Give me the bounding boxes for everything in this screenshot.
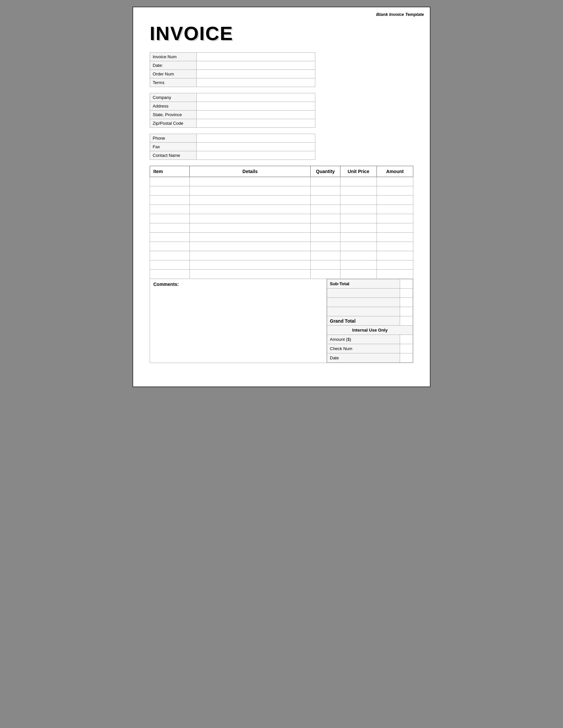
invoice-title: INVOICE — [150, 24, 413, 43]
comments-label: Comments: — [153, 282, 323, 287]
invoice-num-label: Invoice Num — [150, 53, 197, 61]
phone-value[interactable] — [197, 134, 315, 143]
subtotal-value[interactable] — [400, 279, 413, 289]
order-num-row: Order Num — [150, 70, 315, 78]
fax-value[interactable] — [197, 143, 315, 151]
date-label: Date: — [150, 61, 197, 70]
check-num-value[interactable] — [400, 344, 413, 353]
phone-label: Phone — [150, 134, 197, 143]
totals-spacer-row-2 — [327, 298, 413, 307]
table-row — [150, 196, 413, 205]
col-header-quantity: Quantity — [311, 166, 341, 177]
state-province-row: State, Province — [150, 111, 315, 119]
invoice-info-table: Invoice Num Date: Order Num Terms — [150, 52, 315, 87]
col-header-item: Item — [150, 166, 190, 177]
contact-info-table: Phone Fax Contact Name — [150, 134, 315, 160]
company-value[interactable] — [197, 93, 315, 102]
totals-section: Sub-Total — [327, 279, 413, 363]
table-row — [150, 242, 413, 251]
terms-label: Terms — [150, 78, 197, 87]
zip-label: Zip/Postal Code — [150, 119, 197, 128]
invoice-num-row: Invoice Num — [150, 53, 315, 61]
order-num-value[interactable] — [197, 70, 315, 78]
bottom-section: Comments: Sub-Total — [150, 279, 413, 363]
invoice-header: INVOICE — [150, 24, 413, 43]
date-row: Date: — [150, 61, 315, 70]
invoice-num-value[interactable] — [197, 53, 315, 61]
order-num-label: Order Num — [150, 70, 197, 78]
check-num-row: Check Num — [327, 344, 413, 353]
subtotal-label: Sub-Total — [327, 279, 400, 289]
table-row — [150, 251, 413, 260]
contact-name-value[interactable] — [197, 151, 315, 160]
col-header-amount: Amount — [377, 166, 413, 177]
contact-info-section: Phone Fax Contact Name — [150, 134, 413, 160]
internal-date-value[interactable] — [400, 353, 413, 363]
comments-section: Comments: — [150, 279, 327, 363]
col-header-unit-price: Unit Price — [341, 166, 377, 177]
invoice-page: Blank Invoice Template INVOICE Invoice N… — [132, 7, 431, 387]
date-value[interactable] — [197, 61, 315, 70]
grand-total-row: Grand Total — [327, 316, 413, 326]
table-row — [150, 205, 413, 214]
subtotal-row: Sub-Total — [327, 279, 413, 289]
items-header-row: Item Details Quantity Unit Price Amount — [150, 166, 413, 177]
address-value[interactable] — [197, 102, 315, 111]
phone-row: Phone — [150, 134, 315, 143]
contact-name-row: Contact Name — [150, 151, 315, 160]
zip-value[interactable] — [197, 119, 315, 128]
terms-value[interactable] — [197, 78, 315, 87]
fax-label: Fax — [150, 143, 197, 151]
check-num-label: Check Num — [327, 344, 400, 353]
internal-use-label: Internal Use Only — [327, 326, 413, 335]
amount-dollar-row: Amount ($) — [327, 335, 413, 344]
internal-date-label: Date — [327, 353, 400, 363]
table-row — [150, 270, 413, 279]
zip-row: Zip/Postal Code — [150, 119, 315, 128]
invoice-info-section: Invoice Num Date: Order Num Terms — [150, 52, 413, 87]
page-title: Blank Invoice Template — [376, 12, 424, 17]
table-row — [150, 177, 413, 186]
amount-dollar-value[interactable] — [400, 335, 413, 344]
company-label: Company — [150, 93, 197, 102]
company-info-table: Company Address State, Province Zip/Post… — [150, 93, 315, 128]
table-row — [150, 186, 413, 196]
totals-spacer-row-3 — [327, 307, 413, 316]
table-row — [150, 233, 413, 242]
contact-name-label: Contact Name — [150, 151, 197, 160]
items-table: Item Details Quantity Unit Price Amount — [150, 166, 413, 279]
internal-use-row: Internal Use Only — [327, 326, 413, 335]
amount-dollar-label: Amount ($) — [327, 335, 400, 344]
totals-spacer-row-1 — [327, 289, 413, 298]
address-label: Address — [150, 102, 197, 111]
company-row: Company — [150, 93, 315, 102]
internal-date-row: Date — [327, 353, 413, 363]
grand-total-value[interactable] — [400, 316, 413, 326]
table-row — [150, 214, 413, 223]
state-province-label: State, Province — [150, 111, 197, 119]
col-header-details: Details — [190, 166, 311, 177]
company-info-section: Company Address State, Province Zip/Post… — [150, 93, 413, 128]
totals-table: Sub-Total — [327, 279, 413, 363]
terms-row: Terms — [150, 78, 315, 87]
state-province-value[interactable] — [197, 111, 315, 119]
table-row — [150, 260, 413, 270]
address-row: Address — [150, 102, 315, 111]
fax-row: Fax — [150, 143, 315, 151]
table-row — [150, 223, 413, 233]
grand-total-label: Grand Total — [327, 316, 400, 326]
